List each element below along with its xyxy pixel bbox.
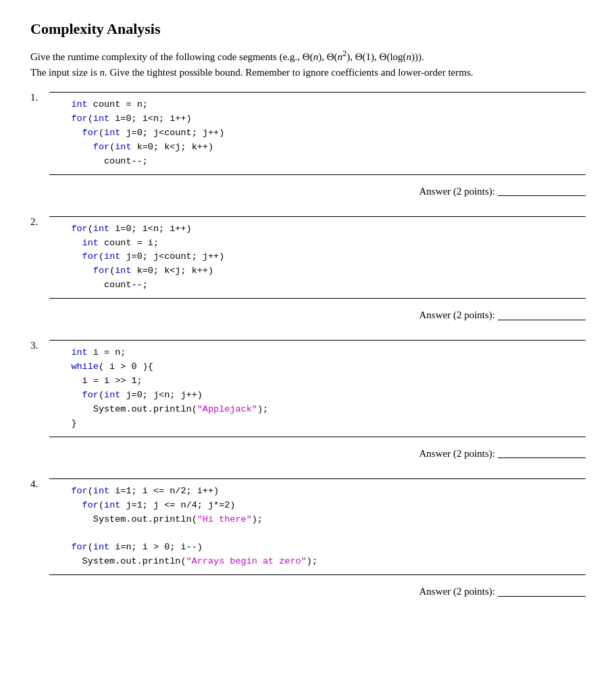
- problem-1-code: int count = n; for(int i=0; i<n; i++) fo…: [49, 95, 586, 174]
- code-line: [49, 527, 586, 541]
- code-line: for(int i=1; i <= n/2; i++): [49, 485, 586, 499]
- problem-4-code: for(int i=1; i <= n/2; i++) for(int j=1;…: [49, 482, 586, 575]
- problem-2-answer-row: Answer (2 points):: [30, 300, 586, 333]
- problem-4-number: 4.: [30, 478, 49, 490]
- code-line: count--;: [49, 278, 586, 293]
- separator: [49, 574, 586, 575]
- answer-line: [498, 587, 586, 597]
- answer-label: Answer (2 points):: [419, 310, 496, 321]
- separator: [49, 437, 586, 437]
- code-line: System.out.println("Hi there");: [49, 513, 586, 527]
- problem-4-content: for(int i=1; i <= n/2; i++) for(int j=1;…: [49, 478, 586, 576]
- problem-2: 2. for(int i=0; i<n; i++) int count = i;…: [30, 216, 586, 334]
- code-line: int count = i;: [49, 237, 586, 251]
- answer-line: [498, 187, 586, 196]
- code-line: for(int j=0; j<count; j++): [49, 250, 586, 264]
- answer-label: Answer (2 points):: [419, 448, 496, 460]
- code-line: for(int i=n; i > 0; i--): [49, 541, 586, 555]
- problem-2-content: for(int i=0; i<n; i++) int count = i; fo…: [49, 216, 586, 299]
- code-line: for(int k=0; k<j; k++): [49, 264, 586, 278]
- problem-3-content: int i = n; while( i > 0 ){ i = i >> 1; f…: [49, 340, 586, 437]
- problem-3-code: int i = n; while( i > 0 ){ i = i >> 1; f…: [49, 343, 586, 437]
- intro-line2: The input size is n. Give the tightest p…: [30, 67, 473, 78]
- problem-1: 1. int count = n; for(int i=0; i<n; i++)…: [30, 92, 586, 209]
- code-line: }: [49, 417, 586, 431]
- intro-line1: Give the runtime complexity of the follo…: [30, 51, 424, 62]
- code-line: int i = n;: [49, 346, 586, 360]
- problem-1-number: 1.: [30, 92, 49, 103]
- separator: [49, 174, 586, 175]
- problem-1-content: int count = n; for(int i=0; i<n; i++) fo…: [49, 92, 586, 175]
- code-line: count--;: [49, 155, 586, 169]
- code-line: for(int j=1; j <= n/4; j*=2): [49, 499, 586, 513]
- code-line: i = i >> 1;: [49, 374, 586, 389]
- answer-line: [498, 311, 586, 320]
- answer-label: Answer (2 points):: [419, 586, 496, 597]
- code-line: for(int k=0; k<j; k++): [49, 141, 586, 155]
- code-line: System.out.println("Arrays begin at zero…: [49, 555, 586, 569]
- code-line: for(int i=0; i<n; i++): [49, 112, 586, 126]
- answer-label: Answer (2 points):: [419, 186, 496, 197]
- code-line: int count = n;: [49, 98, 586, 112]
- problem-3-answer-row: Answer (2 points):: [30, 439, 586, 472]
- code-line: System.out.println("Applejack");: [49, 403, 586, 417]
- answer-line: [498, 449, 586, 458]
- code-line: while( i > 0 ){: [49, 360, 586, 374]
- code-line: for(int i=0; i<n; i++): [49, 222, 586, 237]
- page-title: Complexity Analysis: [30, 20, 586, 38]
- problem-2-code: for(int i=0; i<n; i++) int count = i; fo…: [49, 220, 586, 299]
- problem-1-answer-row: Answer (2 points):: [30, 176, 586, 209]
- problem-2-number: 2.: [30, 216, 49, 228]
- problem-3: 3. int i = n; while( i > 0 ){ i = i >> 1…: [30, 340, 586, 472]
- problem-4: 4. for(int i=1; i <= n/2; i++) for(int j…: [30, 478, 586, 610]
- intro-paragraph: Give the runtime complexity of the follo…: [30, 47, 586, 80]
- separator: [49, 298, 586, 299]
- code-line: for(int j=0; j<count; j++): [49, 126, 586, 141]
- problem-4-answer-row: Answer (2 points):: [30, 576, 586, 610]
- code-line: for(int j=0; j<n; j++): [49, 389, 586, 403]
- problem-3-number: 3.: [30, 340, 49, 351]
